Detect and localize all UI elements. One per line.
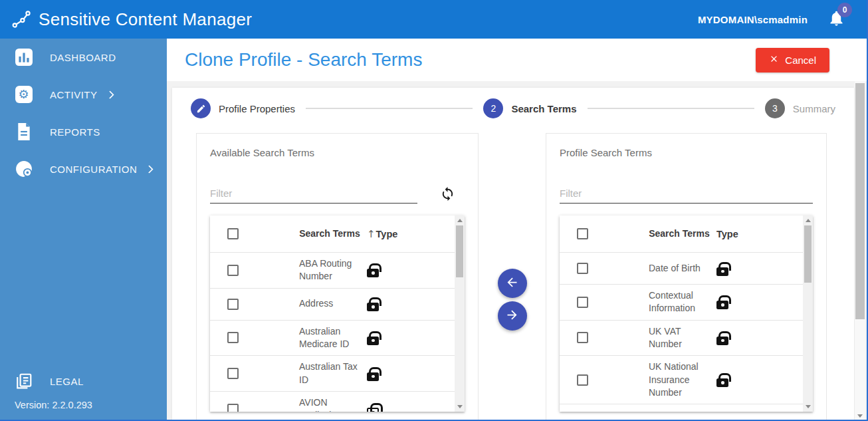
page-title: Clone Profile - Search Terms <box>185 49 422 70</box>
wizard-card: Profile Properties 2 Search Terms 3 Summ… <box>172 88 854 421</box>
lock-icon <box>367 408 379 412</box>
sidebar-nav: DASHBOARD ⚙ ACTIVITY REPORTS <box>0 39 167 421</box>
sidebar-item-label: REPORTS <box>50 126 100 138</box>
current-user[interactable]: MYDOMAIN\scmadmin <box>698 14 808 25</box>
table-row[interactable]: Address <box>210 289 455 321</box>
profile-search-terms-panel: Profile Search Terms Search Terms Type <box>546 133 827 421</box>
row-checkbox[interactable] <box>227 368 239 379</box>
step-number: 2 <box>483 98 503 118</box>
lock-icon <box>716 301 728 309</box>
term-name: Address <box>299 293 360 315</box>
sort-ascending-icon[interactable]: ↑ <box>367 228 376 240</box>
table-row[interactable]: UK VAT Number <box>560 321 803 356</box>
app-header: Sensitive Content Manager MYDOMAIN\scmad… <box>0 0 867 39</box>
scrollbar-thumb[interactable] <box>456 225 463 277</box>
table-row[interactable]: AVION Medical <box>210 392 455 412</box>
lock-icon <box>367 372 379 381</box>
step-profile-properties[interactable]: Profile Properties <box>191 98 295 118</box>
move-right-button[interactable] <box>498 301 527 331</box>
chevron-right-icon <box>106 90 114 99</box>
page-title-bar: Clone Profile - Search Terms Cancel <box>167 39 868 81</box>
scroll-down-arrow-icon[interactable] <box>457 405 463 408</box>
term-name: UK VAT Number <box>649 321 710 356</box>
table-row[interactable]: Australian Tax ID <box>210 356 455 392</box>
shield-user-icon <box>15 160 33 178</box>
stepper-connector <box>306 108 473 109</box>
table-row[interactable]: Australian Medicare ID <box>210 321 455 356</box>
term-name: UK National Insurance Number <box>649 356 710 404</box>
panel-title: Available Search Terms <box>210 147 465 158</box>
cancel-button[interactable]: Cancel <box>756 48 829 72</box>
table-row[interactable]: ABA Routing Number <box>210 253 455 289</box>
network-nodes-icon <box>9 7 33 31</box>
table-row[interactable]: UK NHS Number <box>560 404 803 412</box>
notifications-button[interactable]: 0 <box>827 9 845 30</box>
lock-icon <box>716 337 728 345</box>
sidebar-item-dashboard[interactable]: DASHBOARD <box>0 39 167 76</box>
scrollbar-thumb[interactable] <box>855 83 865 319</box>
page-scrollbar[interactable] <box>855 81 865 421</box>
scroll-down-arrow-icon[interactable] <box>857 414 863 418</box>
bell-icon <box>827 18 845 29</box>
sidebar-item-legal[interactable]: LEGAL <box>0 362 167 400</box>
app-version: Version: 2.2.0.293 <box>0 400 167 421</box>
table-row[interactable]: UK National Insurance Number <box>560 356 803 404</box>
row-checkbox[interactable] <box>227 299 239 310</box>
step-label: Search Terms <box>511 103 576 114</box>
refresh-button[interactable] <box>440 186 455 204</box>
table-row[interactable]: Date of Birth <box>560 253 803 285</box>
lock-icon <box>716 378 728 387</box>
scroll-up-arrow-icon[interactable] <box>806 219 811 222</box>
stepper-connector <box>588 108 754 109</box>
select-all-checkbox[interactable] <box>577 228 588 239</box>
column-header-search-terms[interactable]: Search Terms <box>649 223 710 244</box>
row-checkbox[interactable] <box>577 332 588 343</box>
profile-terms-table: Search Terms Type Date of Birth Contextu… <box>560 215 813 412</box>
table-scrollbar[interactable] <box>803 215 813 412</box>
scroll-up-arrow-icon[interactable] <box>457 219 463 222</box>
table-row[interactable]: Contextual Information <box>560 285 803 321</box>
scroll-down-arrow-icon[interactable] <box>806 405 811 408</box>
arrow-left-icon <box>505 275 519 291</box>
close-icon <box>769 54 779 66</box>
notification-count-badge: 0 <box>837 3 852 17</box>
column-header-search-terms[interactable]: Search Terms <box>299 223 360 244</box>
lock-icon <box>367 269 379 277</box>
profile-filter-input[interactable] <box>560 184 813 204</box>
column-header-type[interactable]: Type <box>716 229 738 239</box>
main-content: Clone Profile - Search Terms Cancel Prof… <box>167 39 868 421</box>
dual-list-section: Available Search Terms <box>172 133 854 421</box>
step-summary[interactable]: 3 Summary <box>765 98 835 118</box>
step-search-terms[interactable]: 2 Search Terms <box>483 98 576 118</box>
term-name: Date of Birth <box>649 257 710 279</box>
available-terms-table: Search Terms ↑ Type ABA Routing Number <box>210 215 465 412</box>
sidebar-item-label: DASHBOARD <box>50 52 116 63</box>
row-checkbox[interactable] <box>577 374 588 386</box>
sidebar-item-configuration[interactable]: CONFIGURATION <box>0 150 167 188</box>
column-header-type[interactable]: Type <box>376 229 398 239</box>
table-scrollbar[interactable] <box>455 215 465 412</box>
row-checkbox[interactable] <box>577 263 588 274</box>
cancel-button-label: Cancel <box>785 55 816 66</box>
chevron-right-icon <box>145 165 154 174</box>
table-header-row: Search Terms Type <box>560 215 803 253</box>
sidebar-item-activity[interactable]: ⚙ ACTIVITY <box>0 76 167 113</box>
term-name: Australian Medicare ID <box>299 321 360 356</box>
gear-icon: ⚙ <box>15 86 33 104</box>
scrollbar-thumb[interactable] <box>804 225 812 283</box>
step-number: 3 <box>765 98 785 118</box>
available-filter-input[interactable] <box>210 184 417 204</box>
row-checkbox[interactable] <box>227 332 239 343</box>
row-checkbox[interactable] <box>227 265 239 276</box>
bar-chart-icon <box>15 49 33 67</box>
lock-icon <box>367 337 379 345</box>
row-checkbox[interactable] <box>577 297 588 308</box>
sidebar-item-reports[interactable]: REPORTS <box>0 113 167 150</box>
select-all-checkbox[interactable] <box>227 228 239 239</box>
document-icon <box>15 123 33 141</box>
lock-icon <box>716 267 728 276</box>
row-checkbox[interactable] <box>227 404 239 412</box>
move-left-button[interactable] <box>498 269 527 298</box>
wizard-stepper: Profile Properties 2 Search Terms 3 Summ… <box>172 88 854 118</box>
app-title: Sensitive Content Manager <box>39 9 252 30</box>
